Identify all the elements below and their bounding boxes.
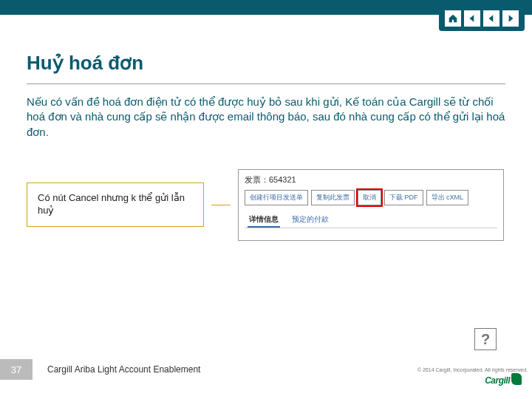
body-text: Nếu có vấn đề hoá đơn điện tử có thể đượ… [27, 95, 505, 140]
ui-button[interactable]: 创建行项目发送单 [245, 190, 308, 205]
prev-icon[interactable] [464, 10, 480, 27]
page-title: Huỷ hoá đơn [27, 52, 505, 75]
footer-title: Cargill Ariba Light Account Enablement [47, 364, 417, 375]
tab-scheduled[interactable]: 预定的付款 [290, 213, 330, 228]
tab-details[interactable]: 详情信息 [248, 213, 280, 228]
logo-text: Cargill [485, 375, 510, 386]
cancel-button[interactable]: 取消 [358, 190, 381, 205]
ui-button[interactable]: 导出 cXML [426, 190, 469, 205]
tab-row: 详情信息 预定的付款 [245, 213, 497, 228]
callout-row: Có nút Cancel nhưng k thể gửi lẫn huỷ 发票… [27, 169, 505, 241]
invoice-label: 发票：654321 [245, 174, 497, 185]
slide-content: Huỷ hoá đơn Nếu có vấn đề hoá đơn điện t… [0, 15, 532, 241]
home-icon[interactable] [445, 10, 461, 27]
logo-leaf-icon [511, 373, 522, 385]
copyright: © 2014 Cargill, Incorporated. All rights… [417, 367, 528, 372]
embedded-screenshot: 发票：654321 创建行项目发送单 复制此发票 取消 下载 PDF 导出 cX… [238, 169, 504, 241]
button-row: 创建行项目发送单 复制此发票 取消 下载 PDF 导出 cXML [245, 190, 497, 205]
back-icon[interactable] [483, 10, 499, 27]
next-icon[interactable] [502, 10, 519, 27]
nav-group [439, 6, 525, 31]
page-number: 37 [0, 359, 33, 380]
cargill-logo: Cargill [485, 375, 522, 386]
divider [27, 83, 505, 84]
ui-button[interactable]: 复制此发票 [311, 190, 355, 205]
connector-line [211, 205, 231, 205]
footer: 37 Cargill Ariba Light Account Enablemen… [0, 359, 532, 380]
callout-box: Có nút Cancel nhưng k thể gửi lẫn huỷ [27, 183, 204, 227]
ui-button[interactable]: 下载 PDF [384, 190, 423, 205]
help-icon[interactable]: ? [474, 328, 497, 350]
